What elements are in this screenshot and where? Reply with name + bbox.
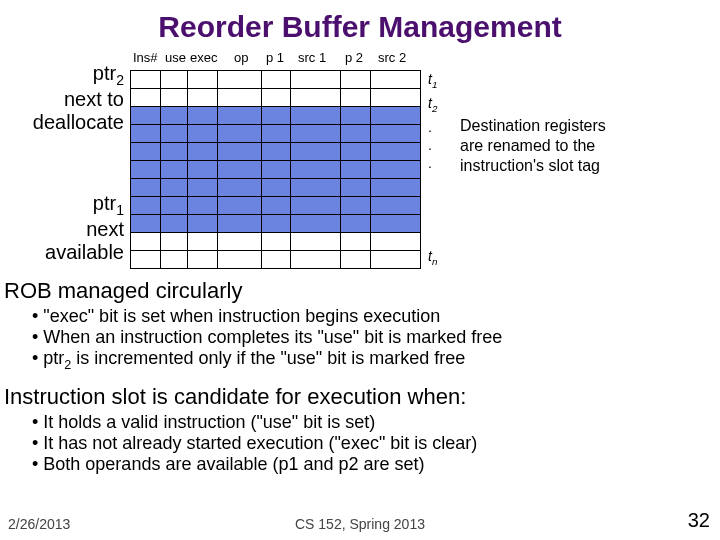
slot-tag-n: tn	[428, 248, 437, 267]
section-rob-managed: ROB managed circularly	[4, 278, 712, 304]
ptr2-label: ptr2	[93, 62, 124, 84]
col-src2: src 2	[378, 50, 406, 65]
left-pointer-labels: ptr2 next to deallocate ptr1 next availa…	[4, 62, 124, 264]
bullets-1: • "exec" bit is set when instruction beg…	[4, 306, 712, 376]
slot-tags: t1 t2 ...	[428, 70, 437, 172]
bullet-2-1: It has not already started execution ("e…	[43, 433, 477, 453]
bullet-2-2: Both operands are available (p1 and p2 a…	[43, 454, 424, 474]
footer-course: CS 152, Spring 2013	[0, 516, 720, 532]
dest-note: Destination registers are renamed to the…	[460, 116, 606, 176]
ptr2-line2: next to	[64, 88, 124, 110]
col-src1: src 1	[298, 50, 326, 65]
body-text: ROB managed circularly • "exec" bit is s…	[4, 278, 712, 483]
col-op: op	[234, 50, 248, 65]
ptr2-line3: deallocate	[33, 111, 124, 133]
table-row	[131, 161, 421, 179]
bullets-2: • It holds a valid instruction ("use" bi…	[4, 412, 712, 475]
col-p1: p 1	[266, 50, 284, 65]
table-row	[131, 233, 421, 251]
col-p2: p 2	[345, 50, 363, 65]
rob-table	[130, 70, 421, 269]
table-row	[131, 71, 421, 89]
col-use: use	[165, 50, 186, 65]
rob-table-wrap: Ins# use exec op p 1 src 1 p 2 src 2	[130, 50, 421, 269]
table-row	[131, 89, 421, 107]
col-ins: Ins#	[133, 50, 158, 65]
ptr1-line2: next	[86, 218, 124, 240]
column-headers: Ins# use exec op p 1 src 1 p 2 src 2	[130, 50, 421, 70]
bullet-1-2: ptr2 is incremented only if the "use" bi…	[43, 348, 465, 368]
table-row	[131, 125, 421, 143]
ptr1-line3: available	[45, 241, 124, 263]
table-row	[131, 143, 421, 161]
bullet-2-0: It holds a valid instruction ("use" bit …	[43, 412, 375, 432]
ptr1-label: ptr1	[93, 192, 124, 214]
table-row	[131, 251, 421, 269]
section-candidate: Instruction slot is candidate for execut…	[4, 384, 712, 410]
table-row	[131, 179, 421, 197]
col-exec: exec	[190, 50, 217, 65]
table-row	[131, 107, 421, 125]
bullet-1-1: When an instruction completes its "use" …	[43, 327, 502, 347]
bullet-1-0: "exec" bit is set when instruction begin…	[43, 306, 440, 326]
table-row	[131, 197, 421, 215]
table-row	[131, 215, 421, 233]
slide-title: Reorder Buffer Management	[0, 0, 720, 44]
footer-page: 32	[688, 509, 710, 532]
